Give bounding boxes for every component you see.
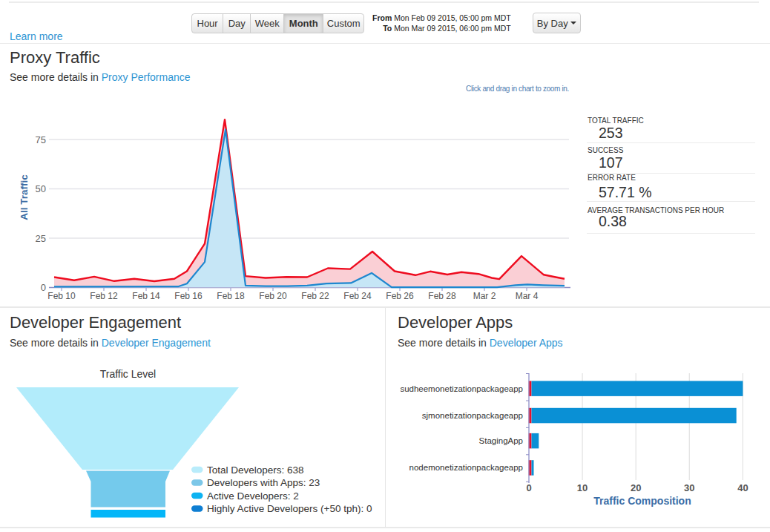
svg-text:Feb 26: Feb 26 — [386, 291, 414, 301]
svg-text:Feb 24: Feb 24 — [343, 291, 372, 301]
svg-text:sjmonetizationpackageapp: sjmonetizationpackageapp — [422, 411, 523, 420]
svg-text:Feb 14: Feb 14 — [132, 291, 160, 301]
svg-text:Mar 4: Mar 4 — [516, 291, 539, 301]
svg-text:All Traffic: All Traffic — [19, 174, 30, 220]
svg-text:0: 0 — [526, 482, 531, 493]
svg-text:50: 50 — [36, 183, 46, 194]
svg-text:nodemonetizationpackageapp: nodemonetizationpackageapp — [409, 463, 523, 472]
svg-text:Feb 20: Feb 20 — [259, 291, 287, 301]
svg-text:Highly Active Developers (+50: Highly Active Developers (+50 tph): 0 — [207, 503, 372, 514]
svg-text:Mar 2: Mar 2 — [473, 291, 496, 301]
svg-text:Active Developers: 2: Active Developers: 2 — [207, 490, 299, 502]
svg-text:20: 20 — [631, 482, 641, 493]
svg-text:10: 10 — [577, 482, 588, 493]
svg-text:Developers with Apps: 23: Developers with Apps: 23 — [207, 477, 320, 488]
svg-text:Feb 10: Feb 10 — [47, 291, 76, 301]
svg-text:75: 75 — [36, 134, 46, 145]
svg-text:Feb 12: Feb 12 — [90, 291, 118, 301]
svg-text:sudheemonetizationpackageapp: sudheemonetizationpackageapp — [400, 384, 523, 393]
svg-text:Feb 16: Feb 16 — [174, 291, 203, 301]
svg-text:Feb 18: Feb 18 — [217, 291, 245, 301]
svg-text:StagingApp: StagingApp — [479, 436, 523, 445]
svg-text:40: 40 — [737, 482, 748, 493]
svg-text:30: 30 — [684, 482, 694, 493]
svg-text:25: 25 — [36, 233, 46, 244]
svg-text:Feb 28: Feb 28 — [428, 291, 456, 301]
svg-text:0: 0 — [41, 282, 46, 293]
svg-text:Traffic Composition: Traffic Composition — [593, 495, 691, 507]
svg-text:Feb 22: Feb 22 — [301, 291, 329, 301]
svg-text:Total Developers: 638: Total Developers: 638 — [207, 464, 304, 476]
